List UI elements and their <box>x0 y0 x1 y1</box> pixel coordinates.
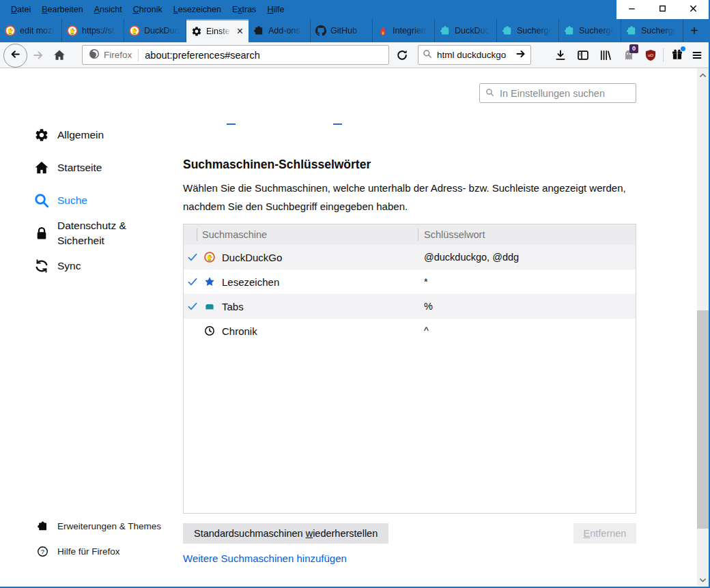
table-row[interactable]: Lesezeichen * <box>184 269 636 294</box>
reload-button[interactable] <box>396 49 408 61</box>
sidebar-item[interactable]: Datenschutz & Sicherheit <box>0 217 174 250</box>
sidebar-toggle-button[interactable] <box>577 49 589 61</box>
duckduckgo-icon <box>5 25 16 36</box>
close-button[interactable] <box>678 0 709 19</box>
sidebar-item-extensions[interactable]: Erweiterungen & Themes <box>0 516 174 536</box>
puzzle-cyan-icon <box>564 25 575 36</box>
maximize-icon <box>657 3 668 16</box>
search-blue-icon <box>34 193 49 208</box>
sidebar-item[interactable]: Startseite <box>0 151 174 184</box>
tab-close-icon[interactable]: × <box>236 26 244 37</box>
add-search-engines-link[interactable]: Weitere Suchmaschinen hinzufügen <box>183 553 347 564</box>
new-tab-button[interactable]: + <box>683 19 705 42</box>
scroll-up-icon[interactable] <box>698 70 707 79</box>
browser-tab[interactable]: GitHub × <box>311 19 373 42</box>
column-header-keyword[interactable]: Schlüsselwort <box>424 229 485 240</box>
tab-title: Add-ons <box>268 26 305 35</box>
ghostery-extension-button[interactable]: 0 <box>623 49 635 61</box>
duckduckgo-icon <box>67 25 78 36</box>
home-button[interactable] <box>53 49 66 61</box>
tab-title: Sucherge <box>641 26 678 35</box>
urlbar-brand-label: Firefox <box>104 50 132 60</box>
tab-title: Integriert <box>393 26 429 35</box>
puzzle-cyan-icon <box>502 25 513 36</box>
browser-tab[interactable]: Einste × <box>186 19 248 42</box>
checkmark-icon[interactable] <box>187 301 198 312</box>
menu-item[interactable]: Ansicht <box>89 0 128 19</box>
browser-tab[interactable]: Sucherge × <box>497 19 559 42</box>
browser-tab[interactable]: Sucherge × <box>621 19 683 42</box>
whats-new-button[interactable] <box>671 48 683 61</box>
duckduckgo-icon <box>129 25 140 36</box>
app-menu-button[interactable] <box>692 50 702 61</box>
column-header-engine[interactable]: Suchmaschine <box>202 229 267 240</box>
sidebar-item-label: Allgemein <box>57 128 160 143</box>
engine-name: Lesezeichen <box>222 276 279 288</box>
browser-tab[interactable]: Integriert × <box>373 19 435 42</box>
table-header: Suchmaschine Schlüsselwort <box>184 224 636 245</box>
url-bar[interactable]: Firefox <box>82 45 389 65</box>
browser-tab[interactable]: Sucherge × <box>559 19 621 42</box>
search-go-icon[interactable] <box>515 48 526 62</box>
browser-tab[interactable]: DuckDuc × <box>435 19 497 42</box>
checkmark-icon[interactable] <box>187 276 198 287</box>
tab-title: GitHub <box>330 26 367 35</box>
browser-search-bar[interactable] <box>418 45 531 65</box>
menu-item[interactable]: Lesezeichen <box>168 0 227 19</box>
remove-button[interactable]: Entfernen <box>573 523 636 544</box>
sidebar-item[interactable]: Suche <box>0 184 174 217</box>
scrollbar-thumb[interactable] <box>697 310 709 529</box>
forward-button[interactable] <box>32 49 44 61</box>
gear-icon <box>191 26 202 37</box>
sidebar-item-label: Startseite <box>57 160 160 175</box>
sidebar-item[interactable]: Allgemein <box>0 119 174 151</box>
menu-item[interactable]: Bearbeiten <box>36 0 88 19</box>
section-heading: Suchmaschinen-Schlüsselwörter <box>183 158 371 172</box>
tab-title: DuckDuc <box>455 26 492 35</box>
firefox-logo-icon <box>89 48 100 61</box>
tab-title: DuckDuc <box>144 26 181 35</box>
sidebar-item-help[interactable]: ? Hilfe für Firefox <box>0 541 174 561</box>
minimize-button[interactable] <box>616 0 647 19</box>
table-row[interactable]: DuckDuckGo @duckduckgo, @ddg <box>184 245 636 269</box>
browser-search-input[interactable] <box>436 49 512 61</box>
tab-strip: edit mozi × https://st × DuckDuc × Einst… <box>0 19 709 42</box>
ublock-extension-button[interactable]: uO <box>644 49 657 61</box>
table-row[interactable]: Tabs % <box>184 294 636 319</box>
downloads-button[interactable] <box>554 49 567 61</box>
clipped-link-remnant <box>333 123 342 125</box>
svg-text:?: ? <box>41 547 44 555</box>
firefox-window: Datei Bearbeiten Ansicht Chronik Lesezei… <box>0 0 710 588</box>
preferences-page: Allgemein Startseite Suche Datenschutz &… <box>0 68 709 586</box>
library-button[interactable] <box>599 49 612 61</box>
engine-name: Tabs <box>222 301 244 312</box>
ghostery-badge: 0 <box>629 44 638 53</box>
checkmark-icon[interactable] <box>187 252 198 263</box>
sidebar-item[interactable]: Sync <box>0 250 174 282</box>
settings-search-field[interactable] <box>479 83 636 103</box>
question-icon: ? <box>37 546 48 557</box>
settings-search-input[interactable] <box>498 87 630 100</box>
browser-tab[interactable]: edit mozi × <box>0 19 62 42</box>
browser-tab[interactable]: Add-ons × <box>248 19 311 42</box>
menu-item[interactable]: Hilfe <box>261 0 289 19</box>
restore-defaults-button[interactable]: Standardsuchmaschinen wiederherstellen <box>183 523 388 544</box>
window-controls <box>616 0 709 19</box>
maximize-button[interactable] <box>647 0 678 19</box>
section-description: Wählen Sie die Suchmaschinen, welche unt… <box>183 179 636 216</box>
engine-keyword: * <box>424 276 428 287</box>
vertical-scrollbar[interactable] <box>697 68 709 586</box>
browser-tab[interactable]: DuckDuc × <box>124 19 186 42</box>
table-row[interactable]: Chronik ^ <box>184 319 636 343</box>
menu-item[interactable]: Datei <box>5 0 36 19</box>
navigation-toolbar: Firefox 0 uO <box>0 42 709 68</box>
menu-item[interactable]: Chronik <box>128 0 168 19</box>
scroll-down-icon[interactable] <box>698 575 707 584</box>
url-input[interactable] <box>139 50 388 61</box>
puzzle-cyan-icon <box>440 25 451 36</box>
puzzle-cyan-icon <box>626 25 637 36</box>
back-button[interactable] <box>3 44 27 68</box>
toolbar-separator <box>663 48 664 62</box>
menu-item[interactable]: Extras <box>227 0 261 19</box>
browser-tab[interactable]: https://st × <box>62 19 124 42</box>
